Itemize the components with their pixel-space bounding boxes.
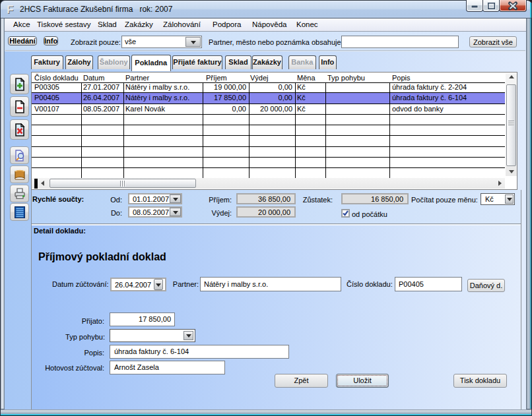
svg-text:F: F (7, 3, 13, 16)
